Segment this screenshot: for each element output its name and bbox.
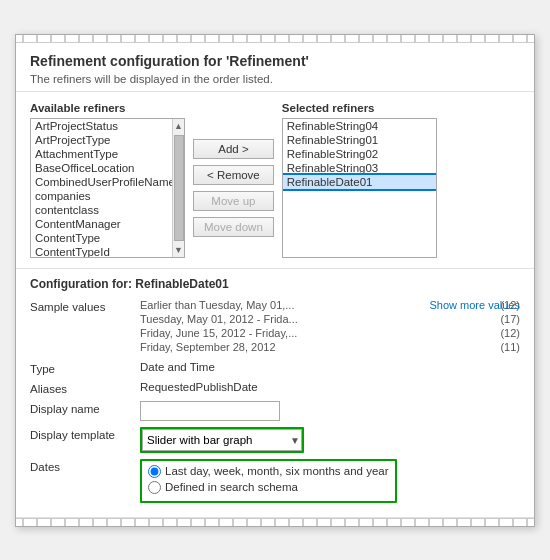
dates-radio-row-1: Last day, week, month, six months and ye… xyxy=(148,465,389,478)
list-item[interactable]: BaseOfficeLocation xyxy=(31,161,172,175)
list-item[interactable]: ArtProjectStatus xyxy=(31,119,172,133)
sample-value-count-3: (12) xyxy=(500,327,520,339)
refinement-dialog: Refinement configuration for 'Refinement… xyxy=(15,34,535,527)
list-item[interactable]: RefinableString03 xyxy=(283,161,436,175)
refiner-section: Available refiners ArtProjectStatus ArtP… xyxy=(16,92,534,269)
dates-options-wrapper: Last day, week, month, six months and ye… xyxy=(140,459,397,503)
dialog-header: Refinement configuration for 'Refinement… xyxy=(16,43,534,92)
aliases-row: Aliases RequestedPublishDate xyxy=(30,381,520,395)
dates-label: Dates xyxy=(30,459,140,473)
available-refiners-listbox[interactable]: ArtProjectStatus ArtProjectType Attachme… xyxy=(30,118,185,258)
aliases-label: Aliases xyxy=(30,381,140,395)
config-header: Configuration for: RefinableDate01 xyxy=(30,277,520,291)
display-template-label: Display template xyxy=(30,427,140,441)
list-item[interactable]: CombinedUserProfileNames xyxy=(31,175,172,189)
remove-button[interactable]: < Remove xyxy=(193,165,274,185)
sample-value-text-4: Friday, September 28, 2012 xyxy=(140,341,276,353)
dates-row: Dates Last day, week, month, six months … xyxy=(30,459,520,503)
config-section: Configuration for: RefinableDate01 Sampl… xyxy=(16,269,534,518)
sample-values-row: Sample values Show more values Earlier t… xyxy=(30,299,520,355)
move-down-button[interactable]: Move down xyxy=(193,217,274,237)
sample-value-text-3: Friday, June 15, 2012 - Friday,... xyxy=(140,327,297,339)
list-item[interactable]: contentclass xyxy=(31,203,172,217)
dates-radio-row-2: Defined in search schema xyxy=(148,481,389,494)
sample-value-4: Friday, September 28, 2012 (11) xyxy=(140,341,520,353)
sample-values-label: Sample values xyxy=(30,299,140,313)
type-label: Type xyxy=(30,361,140,375)
torn-edge-bottom xyxy=(16,518,534,526)
display-template-select[interactable]: Slider with bar graph Date range Multi-v… xyxy=(142,429,302,451)
display-name-row: Display name xyxy=(30,401,520,421)
selected-refiners-listbox[interactable]: RefinableString04 RefinableString01 Refi… xyxy=(282,118,437,258)
selected-refiners-label: Selected refiners xyxy=(282,102,437,114)
list-item[interactable]: ContentManager xyxy=(31,217,172,231)
dates-radio-label-2: Defined in search schema xyxy=(165,481,298,493)
type-value: Date and Time xyxy=(140,361,520,373)
list-item[interactable]: RefinableString02 xyxy=(283,147,436,161)
dates-radio-label-1: Last day, week, month, six months and ye… xyxy=(165,465,389,477)
action-buttons: Add > < Remove Move up Move down xyxy=(193,102,274,258)
sample-value-text-2: Tuesday, May 01, 2012 - Frida... xyxy=(140,313,298,325)
sample-value-3: Friday, June 15, 2012 - Friday,... (12) xyxy=(140,327,520,339)
add-button[interactable]: Add > xyxy=(193,139,274,159)
available-refiners-label: Available refiners xyxy=(30,102,185,114)
selected-refiners-col: Selected refiners RefinableString04 Refi… xyxy=(282,102,437,258)
list-item-selected[interactable]: RefinableDate01 xyxy=(283,175,436,189)
sample-value-count-2: (17) xyxy=(500,313,520,325)
dialog-subtitle: The refiners will be displayed in the or… xyxy=(30,73,520,85)
move-up-button[interactable]: Move up xyxy=(193,191,274,211)
available-refiners-col: Available refiners ArtProjectStatus ArtP… xyxy=(30,102,185,258)
display-name-label: Display name xyxy=(30,401,140,415)
list-item[interactable]: ContentTypeId xyxy=(31,245,172,257)
list-item[interactable]: companies xyxy=(31,189,172,203)
list-item[interactable]: ArtProjectType xyxy=(31,133,172,147)
dates-radio-search-schema[interactable] xyxy=(148,481,161,494)
display-template-select-wrapper: Slider with bar graph Date range Multi-v… xyxy=(140,427,304,453)
display-template-row: Display template Slider with bar graph D… xyxy=(30,427,520,453)
scroll-up-arrow[interactable]: ▲ xyxy=(172,119,185,133)
list-item[interactable]: RefinableString01 xyxy=(283,133,436,147)
torn-edge-top xyxy=(16,35,534,43)
type-row: Type Date and Time xyxy=(30,361,520,375)
available-scrollbar[interactable]: ▲ ▼ xyxy=(172,119,184,257)
dates-radio-last-period[interactable] xyxy=(148,465,161,478)
sample-value-text-1: Earlier than Tuesday, May 01,... xyxy=(140,299,294,311)
sample-values-container: Show more values Earlier than Tuesday, M… xyxy=(140,299,520,355)
sample-value-2: Tuesday, May 01, 2012 - Frida... (17) xyxy=(140,313,520,325)
display-name-input[interactable] xyxy=(140,401,280,421)
scroll-down-arrow[interactable]: ▼ xyxy=(172,243,185,257)
list-item[interactable]: RefinableString04 xyxy=(283,119,436,133)
aliases-value: RequestedPublishDate xyxy=(140,381,520,393)
list-item[interactable]: ContentType xyxy=(31,231,172,245)
sample-value-count-4: (11) xyxy=(500,341,520,353)
dialog-title: Refinement configuration for 'Refinement… xyxy=(30,53,520,69)
scroll-thumb[interactable] xyxy=(174,135,184,241)
list-item[interactable]: AttachmentType xyxy=(31,147,172,161)
show-more-link[interactable]: Show more values xyxy=(430,299,521,311)
